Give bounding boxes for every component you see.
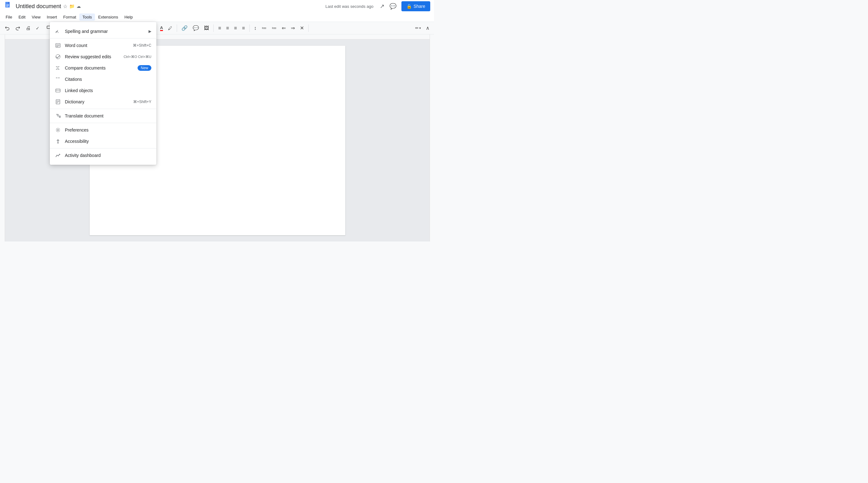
menu-translate[interactable]: Translate document [50,110,156,122]
spelling-grammar-label: Spelling and grammar [65,29,145,34]
menu-item-help[interactable]: Help [121,13,136,21]
spellcheck-button[interactable]: ✓ [34,24,43,32]
menu-item-extensions[interactable]: Extensions [95,13,121,21]
menu-linked-objects[interactable]: Linked objects [50,85,156,96]
menu-compare-docs[interactable]: Compare documents New [50,62,156,74]
menu-word-count[interactable]: Word count ⌘+Shift+C [50,40,156,51]
tools-section-1: ✓ Spelling and grammar ▶ [50,25,156,38]
menu-item-file[interactable]: File [2,13,16,21]
expand-toolbar-button[interactable]: ∧ [424,24,432,32]
folder-icon[interactable]: 📁 [69,4,74,9]
menu-item-insert[interactable]: Insert [43,13,60,21]
align-left-button[interactable]: ≡ [216,24,223,32]
align-center-button[interactable]: ≡ [224,24,231,32]
accessibility-icon [55,138,61,144]
translate-label: Translate document [65,114,151,119]
menu-accessibility[interactable]: Accessibility [50,136,156,147]
menu-preferences[interactable]: Preferences [50,124,156,136]
dictionary-label: Dictionary [65,99,129,104]
bullet-list-button[interactable]: ≔ [260,24,269,32]
citations-icon: "" [55,76,61,83]
svg-point-12 [56,55,60,59]
indent-increase-button[interactable]: ⇒ [289,24,297,32]
new-badge: New [137,65,151,71]
spellcheck-icon: ✓ [55,28,61,34]
menu-activity-dashboard[interactable]: Activity dashboard [50,150,156,161]
dictionary-icon [55,99,61,105]
menu-bar: File Edit View Insert Format Tools Exten… [0,12,434,22]
menu-review-edits[interactable]: Review suggested edits Ctrl+⌘O Ctrl+⌘U [50,51,156,62]
cloud-icon[interactable]: ☁ [76,4,81,9]
compare-icon [55,65,61,71]
title-action-icons: ☆ 📁 ☁ [63,3,81,9]
header-right-icons: ↗ 💬 [378,2,398,11]
lock-icon: 🔒 [406,4,412,9]
menu-citations[interactable]: "" Citations [50,74,156,85]
left-ruler [0,34,5,242]
svg-text:": " [58,77,60,82]
indent-decrease-button[interactable]: ⇐ [280,24,288,32]
svg-text:✓: ✓ [36,26,39,31]
star-icon[interactable]: ☆ [63,3,67,9]
separator-6 [177,25,177,32]
highlight-button[interactable]: 🖊 [166,25,174,32]
editing-mode-button[interactable]: ✏ ▾ [413,25,423,32]
comment-add-button[interactable]: 💬 [191,24,201,32]
svg-rect-15 [56,89,60,92]
doc-title[interactable]: Untitled document [16,3,61,10]
title-bar: Untitled document ☆ 📁 ☁ Last edit was se… [0,0,434,12]
tools-section-2: Word count ⌘+Shift+C Review suggested ed… [50,38,156,109]
redo-button[interactable] [13,24,23,32]
menu-spelling-grammar[interactable]: ✓ Spelling and grammar ▶ [50,26,156,37]
word-count-label: Word count [65,43,129,48]
citations-label: Citations [65,77,151,82]
menu-dictionary[interactable]: Dictionary ⌘+Shift+Y [50,96,156,107]
menu-item-edit[interactable]: Edit [16,13,29,21]
menu-item-tools[interactable]: Tools [79,13,95,21]
accessibility-label: Accessibility [65,139,151,144]
undo-button[interactable] [2,24,12,32]
last-edit-text: Last edit was seconds ago [325,4,373,9]
dictionary-shortcut: ⌘+Shift+Y [133,100,151,104]
preferences-label: Preferences [65,127,151,132]
svg-point-21 [57,129,59,131]
menu-item-view[interactable]: View [29,13,43,21]
comment-icon[interactable]: 💬 [388,2,398,11]
clear-formatting-button[interactable]: ✕ [298,24,306,32]
print-button[interactable]: 🖨 [24,24,33,32]
translate-icon [55,113,61,119]
line-spacing-button[interactable]: ↕ [252,24,258,32]
tools-section-5: Activity dashboard [50,149,156,162]
link-button[interactable]: 🔗 [180,24,190,32]
right-scrollbar[interactable] [430,34,434,242]
separator-9 [308,25,309,32]
tools-dropdown-menu: ✓ Spelling and grammar ▶ Word count ⌘+Sh… [50,22,156,165]
word-count-icon [55,42,61,49]
align-right-button[interactable]: ≡ [232,24,239,32]
menu-item-format[interactable]: Format [60,13,79,21]
svg-point-22 [58,139,59,140]
activity-dashboard-label: Activity dashboard [65,153,151,158]
image-button[interactable]: 🖼 [202,24,211,32]
align-justify-button[interactable]: ≡ [240,24,247,32]
linked-objects-icon [55,87,61,94]
app-icon [4,1,12,11]
activity-icon [55,152,61,159]
numbered-list-button[interactable]: ≔ [270,24,279,32]
tools-section-3: Translate document [50,109,156,123]
compare-docs-label: Compare documents [65,65,134,70]
tools-section-4: Preferences Accessibility [50,123,156,149]
linked-objects-label: Linked objects [65,88,151,93]
separator-7 [213,25,214,32]
spelling-arrow: ▶ [149,29,151,34]
trending-icon[interactable]: ↗ [378,2,386,11]
preferences-icon [55,127,61,133]
share-label: Share [414,4,425,9]
color-button[interactable]: A [158,24,165,32]
separator-8 [249,25,250,32]
svg-text:": " [56,77,58,82]
review-icon [55,54,61,60]
review-edits-label: Review suggested edits [65,54,120,59]
share-button[interactable]: 🔒 Share [401,1,430,11]
word-count-shortcut: ⌘+Shift+C [133,43,151,47]
